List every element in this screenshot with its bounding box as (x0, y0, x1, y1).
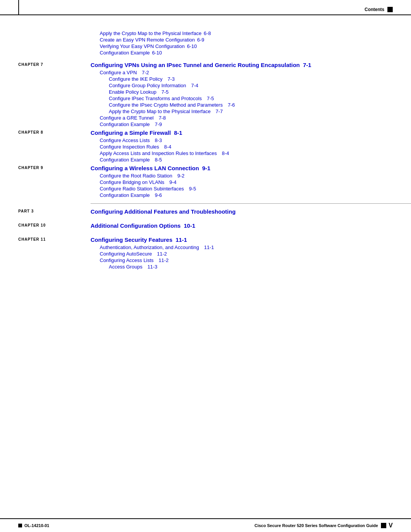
chapter-10-content: Additional Configuration Options 10-1 (91, 222, 393, 230)
toc-link-apply-crypto-6[interactable]: Apply the Crypto Map to the Physical Int… (100, 30, 393, 36)
chapter-11-label: CHAPTER 11 (18, 236, 91, 241)
toc-link-verifying-easy-vpn[interactable]: Verifying Your Easy VPN Configuration6-1… (100, 43, 393, 49)
page-header: Contents (0, 0, 411, 15)
part-3-label: PART 3 (18, 208, 91, 213)
chapter-7-section: CHAPTER 7 Configuring VPNs Using an IPse… (18, 62, 393, 128)
chapter-7-label: CHAPTER 7 (18, 62, 91, 67)
footer-doc-num: OL-14210-01 (24, 523, 49, 528)
toc-link-create-easy-vpn[interactable]: Create an Easy VPN Remote Configuration6… (100, 37, 393, 43)
top-continuation-links: Apply the Crypto Map to the Physical Int… (91, 30, 393, 56)
part-3-content: Configuring Additional Features and Trou… (91, 208, 393, 216)
toc-link-config-example-9[interactable]: Configuration Example 9-6 (100, 192, 393, 198)
chapter-11-title[interactable]: Configuring Security Features 11-1 (91, 236, 393, 243)
toc-link-group-policy[interactable]: Configure Group Policy Information 7-4 (109, 83, 393, 88)
toc-link-gre-tunnel[interactable]: Configure a GRE Tunnel 7-8 (100, 115, 393, 121)
chapter-9-section: CHAPTER 9 Configuring a Wireless LAN Con… (18, 165, 393, 199)
footer-right-square-icon (381, 523, 386, 528)
toc-link-configure-vpn[interactable]: Configure a VPN 7-2 (100, 70, 393, 75)
chapter-9-title[interactable]: Configuring a Wireless LAN Connection 9-… (91, 165, 393, 171)
chapter-11-content: Configuring Security Features 11-1 Authe… (91, 236, 393, 270)
toc-link-config-example-7[interactable]: Configuration Example 7-9 (100, 121, 393, 127)
toc-link-configure-access-lists-8[interactable]: Configure Access Lists 8-3 (100, 137, 393, 143)
header-left-rule (18, 0, 19, 14)
chapter-10-title[interactable]: Additional Configuration Options 10-1 (91, 222, 393, 229)
toc-link-ike-policy[interactable]: Configure the IKE Policy 7-3 (109, 76, 393, 82)
toc-link-radio-subinterfaces[interactable]: Configure Radio Station Subinterfaces 9-… (100, 186, 393, 192)
toc-link-aaa[interactable]: Authentication, Authorization, and Accou… (100, 244, 393, 250)
page-footer: OL-14210-01 Cisco Secure Router 520 Seri… (0, 518, 411, 532)
toc-link-config-example-8[interactable]: Configuration Example 8-5 (100, 157, 393, 163)
chapter-10-section: CHAPTER 10 Additional Configuration Opti… (18, 222, 393, 230)
toc-link-ipsec-crypto[interactable]: Configure the IPsec Crypto Method and Pa… (109, 102, 393, 108)
toc-link-autosecure[interactable]: Configuring AutoSecure 11-2 (100, 251, 393, 257)
toc-link-configure-inspection[interactable]: Configure Inspection Rules 8-4 (100, 144, 393, 150)
toc-link-access-groups[interactable]: Access Groups 11-3 (109, 264, 393, 270)
toc-link-apply-crypto-7[interactable]: Apply the Crypto Map to the Physical Int… (109, 109, 393, 114)
toc-link-bridging-vlans[interactable]: Configure Bridging on VLANs 9-4 (100, 179, 393, 185)
toc-link-root-radio[interactable]: Configure the Root Radio Station 9-2 (100, 173, 393, 179)
footer-left: OL-14210-01 (18, 523, 49, 528)
chapter-11-section: CHAPTER 11 Configuring Security Features… (18, 236, 393, 270)
header-square-icon (387, 7, 393, 12)
toc-link-configuring-access-lists-11[interactable]: Configuring Access Lists 11-2 (100, 257, 393, 263)
chapter-8-content: Configuring a Simple Firewall 8-1 Config… (91, 129, 393, 163)
part-3-title[interactable]: Configuring Additional Features and Trou… (91, 208, 393, 215)
chapter-8-section: CHAPTER 8 Configuring a Simple Firewall … (18, 129, 393, 163)
chapter-9-label: CHAPTER 9 (18, 165, 91, 170)
part-3-section: PART 3 Configuring Additional Features a… (18, 208, 393, 216)
toc-link-ipsec-transforms[interactable]: Configure IPsec Transforms and Protocols… (109, 96, 393, 101)
part3-divider (91, 203, 411, 204)
header-title: Contents (365, 7, 384, 12)
chapter-9-content: Configuring a Wireless LAN Connection 9-… (91, 165, 393, 199)
chapter-7-content: Configuring VPNs Using an IPsec Tunnel a… (91, 62, 393, 128)
chapter-7-title[interactable]: Configuring VPNs Using an IPsec Tunnel a… (91, 62, 393, 68)
chapter-10-label: CHAPTER 10 (18, 222, 91, 227)
chapter-8-title[interactable]: Configuring a Simple Firewall 8-1 (91, 129, 393, 136)
toc-content: Apply the Crypto Map to the Physical Int… (0, 15, 411, 295)
footer-page-num: V (389, 522, 393, 529)
footer-left-square-icon (18, 524, 22, 527)
footer-guide-title: Cisco Secure Router 520 Series Software … (255, 523, 378, 528)
toc-link-enable-policy-lookup[interactable]: Enable Policy Lookup 7-5 (109, 89, 393, 95)
footer-right: Cisco Secure Router 520 Series Software … (255, 522, 393, 529)
toc-link-apply-access-lists[interactable]: Apply Access Lists and Inspection Rules … (100, 150, 393, 156)
toc-link-config-example-6[interactable]: Configuration Example6-10 (100, 50, 393, 56)
chapter-8-label: CHAPTER 8 (18, 129, 91, 134)
